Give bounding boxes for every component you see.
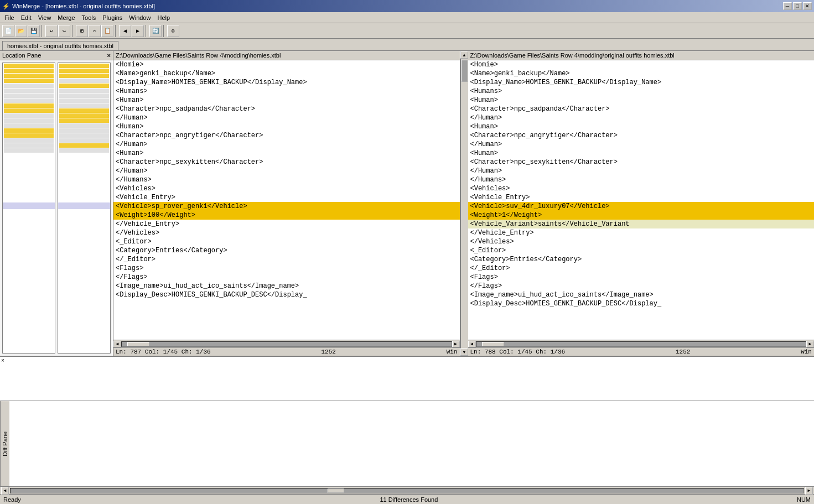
menu-item-help[interactable]: Help [154,13,173,22]
status-num: NUM [797,496,811,503]
right-line-13: </Humans> [468,175,815,184]
right-h-scrollbar[interactable]: ◀ ▶ [468,340,815,347]
output-close-button[interactable]: × [1,358,4,364]
right-line-3: <Humans> [468,87,815,96]
diff-pane-content[interactable] [9,401,814,486]
minimize-button[interactable]: ─ [783,2,792,10]
left-scroll-right[interactable]: ▶ [452,341,460,347]
options-button[interactable]: ⚙ [167,25,179,37]
right-line-25: </Flags> [468,282,815,290]
window-title: WinMerge - [homies.xtbl - original outfi… [12,3,155,9]
left-line-8: <Character>npc_angrytiger</Character> [113,131,460,140]
prev-diff-button[interactable]: ◀ [119,25,131,37]
right-line-5: <Character>npc_sadpanda</Character> [468,105,815,113]
left-line-1: <Name>genki_backup</Name> [113,69,460,78]
right-line-6: </Human> [468,113,815,122]
undo-button[interactable]: ↩ [45,25,58,37]
right-line-18: <Vehicle_Variant>saints</Vehicle_Variant [468,220,815,228]
menu-item-file[interactable]: File [1,13,18,22]
right-h-thumb[interactable] [482,342,504,346]
maximize-button[interactable]: □ [793,2,802,10]
status-differences: 11 Differences Found [380,496,438,503]
redo-button[interactable]: ↪ [58,25,70,37]
left-h-scrollbar[interactable]: ◀ ▶ [113,340,460,347]
toolbar-sep-3 [115,25,117,37]
scroll-up-arrow[interactable]: ▲ [460,51,468,59]
left-line-22: </_Editor> [113,255,460,264]
right-line-15: <Vehicle_Entry> [468,193,815,202]
right-line-20: </Vehicles> [468,237,815,246]
left-file-content[interactable]: <Homie> <Name>genki_backup</Name> <Displ… [113,60,460,340]
right-line-11: <Character>npc_sexykitten</Character> [468,158,815,167]
menu-item-edit[interactable]: Edit [18,13,35,22]
left-scroll-left[interactable]: ◀ [113,341,121,347]
bottom-h-track[interactable] [10,488,804,493]
menu-item-tools[interactable]: Tools [79,13,100,22]
new-button[interactable]: 📄 [2,25,14,37]
title-bar-left: ⚡ WinMerge - [homies.xtbl - original out… [2,3,155,10]
toolbar-sep-2 [72,25,74,37]
bottom-scroll-left[interactable]: ◀ [1,487,9,495]
status-ready: Ready [3,496,21,503]
next-diff-button[interactable]: ▶ [132,25,144,37]
right-scroll-right[interactable]: ▶ [806,341,814,347]
toolbar-sep-5 [163,25,165,37]
left-line-13: </Humans> [113,175,460,184]
file-tab[interactable]: homies.xtbl - original outfits homies.xt… [2,41,118,50]
right-line-4: <Human> [468,96,815,105]
app-icon: ⚡ [2,3,10,10]
toolbar-sep-4 [146,25,148,37]
right-file-pane: Z:\Downloads\Game Files\Saints Row 4\mod… [468,51,815,356]
paste-button[interactable]: 📋 [101,25,113,37]
location-pane-header: Location Pane × [0,51,113,60]
copy-button[interactable]: ⊞ [76,25,88,37]
right-line-21: <_Editor> [468,246,815,255]
left-line-17: <Weight>100</Weight> [113,211,460,220]
menu-item-window[interactable]: Window [126,13,154,22]
right-status-bar: Ln: 788 Col: 1/45 Ch: 1/36 1252 Win [468,347,815,356]
left-encoding: Win [447,349,458,355]
left-chars: 1252 [321,349,335,355]
scroll-thumb[interactable] [461,60,468,82]
right-h-track[interactable] [476,341,807,347]
left-line-14: <Vehicles> [113,184,460,193]
right-file-path: Z:\Downloads\Game Files\Saints Row 4\mod… [468,51,815,60]
left-mini-map [2,63,55,354]
left-line-25: <Image_name>ui_hud_act_ico_saints</Image… [113,282,460,290]
vert-scrollbar[interactable]: ▲ ▼ [460,51,468,356]
output-pane: × [0,357,814,401]
diff-container: Z:\Downloads\Game Files\Saints Row 4\mod… [113,51,814,356]
cut-button[interactable]: ✂ [89,25,101,37]
menu-item-plugins[interactable]: Plugins [99,13,126,22]
file-panes: Z:\Downloads\Game Files\Saints Row 4\mod… [113,51,814,356]
scroll-down-arrow[interactable]: ▼ [460,348,468,356]
menu-item-view[interactable]: View [35,13,55,22]
left-line-4: <Human> [113,96,460,105]
refresh-button[interactable]: 🔄 [149,25,162,37]
location-pane-title: Location Pane [2,52,41,59]
open-button[interactable]: 📂 [15,25,27,37]
status-bar: Ready 11 Differences Found NUM [0,494,814,504]
left-line-11: <Character>npc_sexykitten</Character> [113,158,460,167]
location-pane-content [0,60,113,356]
location-pane-close[interactable]: × [107,52,111,59]
left-file-pane: Z:\Downloads\Game Files\Saints Row 4\mod… [113,51,460,356]
right-line-7: <Human> [468,122,815,131]
left-line-6: </Human> [113,113,460,122]
right-scroll-left[interactable]: ◀ [468,341,476,347]
save-button[interactable]: 💾 [28,25,40,37]
left-line-20: <_Editor> [113,237,460,246]
bottom-h-thumb[interactable] [328,489,344,493]
scroll-track[interactable] [461,59,468,348]
right-line-1: <Name>genki_backup</Name> [468,69,815,78]
right-line-12: </Human> [468,167,815,175]
left-h-track[interactable] [121,341,452,347]
bottom-scrollbar[interactable]: ◀ ▶ [0,486,814,494]
right-encoding: Win [801,349,812,355]
right-file-content[interactable]: <Homie> <Name>genki_backup</Name> <Displ… [468,60,815,340]
close-button[interactable]: ✕ [803,2,812,10]
bottom-scroll-right[interactable]: ▶ [805,487,813,495]
menu-item-merge[interactable]: Merge [54,13,78,22]
right-mini-map [58,63,111,354]
left-h-thumb[interactable] [127,342,149,346]
